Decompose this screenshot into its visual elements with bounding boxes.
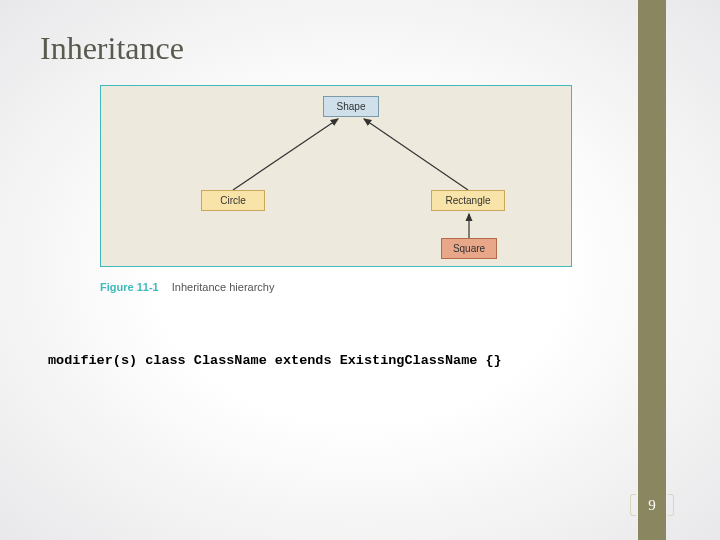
figure-caption-text: Inheritance hierarchy bbox=[172, 281, 275, 293]
sidebar-accent bbox=[638, 0, 666, 540]
bracket-left-icon bbox=[630, 494, 636, 516]
node-shape: Shape bbox=[323, 96, 379, 117]
node-rectangle: Rectangle bbox=[431, 190, 505, 211]
code-example: modifier(s) class ClassName extends Exis… bbox=[48, 353, 600, 368]
svg-line-1 bbox=[364, 119, 468, 190]
node-square: Square bbox=[441, 238, 497, 259]
figure-diagram: Shape Circle Rectangle Square bbox=[100, 85, 572, 267]
figure-label: Figure 11-1 bbox=[100, 281, 159, 293]
figure-caption: Figure 11-1 Inheritance hierarchy bbox=[100, 281, 600, 293]
slide-title: Inheritance bbox=[40, 30, 600, 67]
bracket-right-icon bbox=[668, 494, 674, 516]
slide-content: Inheritance Shape Circle Rectangle Squar… bbox=[40, 30, 600, 368]
page-number-badge: 9 bbox=[638, 494, 666, 516]
svg-line-0 bbox=[233, 119, 338, 190]
node-circle: Circle bbox=[201, 190, 265, 211]
page-number: 9 bbox=[648, 497, 656, 514]
